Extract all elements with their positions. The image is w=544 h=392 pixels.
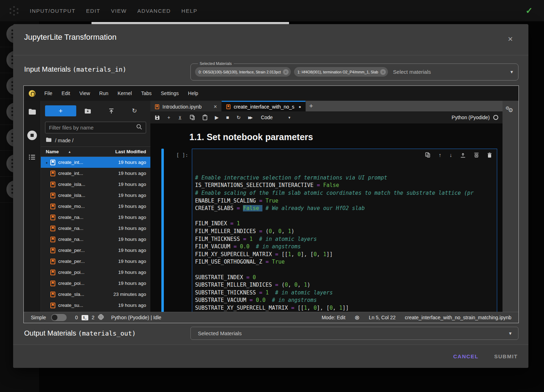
delete-cell-icon[interactable] [487, 152, 492, 158]
move-cell-up-icon[interactable]: ↑ [439, 152, 442, 158]
lab-menu-item[interactable]: File [40, 90, 57, 96]
insert-cell-above-icon[interactable] [460, 152, 466, 158]
file-browser-icon[interactable] [28, 109, 36, 116]
duplicate-cell-icon[interactable] [425, 152, 431, 158]
running-sessions-icon[interactable] [27, 131, 37, 140]
file-name: create_sla... [58, 292, 84, 297]
chevron-down-icon[interactable]: ▼ [510, 70, 514, 74]
selected-materials-field[interactable]: Selected Materials 0: O6Si3(100)-Si8(100… [190, 61, 518, 81]
cell-prompt: [ ]: [176, 149, 192, 312]
search-icon [136, 124, 142, 131]
paste-cells-icon[interactable] [202, 115, 207, 120]
kernel-chip-icon [98, 314, 104, 321]
run-cell-icon[interactable]: ▶ [215, 115, 219, 120]
file-row[interactable]: ● create_isla... 19 hours ago [41, 190, 150, 201]
close-icon[interactable]: × [508, 35, 513, 43]
lab-menu-item[interactable]: Tabs [137, 90, 156, 96]
restart-kernel-icon[interactable]: ↻ [237, 115, 241, 120]
notebook-icon [50, 171, 55, 176]
input-materials-code: (materials_in) [73, 66, 127, 73]
submit-button[interactable]: SUBMIT [494, 353, 518, 359]
not-trusted-icon[interactable]: ⊗ [355, 314, 360, 321]
tab-close-icon[interactable]: × [214, 104, 217, 110]
new-folder-icon[interactable] [76, 107, 100, 115]
file-row[interactable]: ● create_per... 19 hours ago [41, 256, 150, 267]
kernel-status-icon[interactable] [493, 115, 498, 120]
column-header-name[interactable]: Name ▲ [46, 149, 71, 154]
chip-close-icon[interactable]: × [283, 69, 289, 75]
notebook-tab[interactable]: Introduction.ipynb × ● [150, 101, 222, 111]
filter-files-input[interactable] [49, 125, 136, 131]
file-row[interactable]: ● create_na... 19 hours ago [41, 234, 150, 245]
file-row[interactable]: ● create_na... 19 hours ago [41, 212, 150, 223]
file-row[interactable]: ● create_per... 19 hours ago [41, 245, 150, 256]
cancel-button[interactable]: CANCEL [453, 353, 479, 359]
file-row[interactable]: ● create_isla... 19 hours ago [41, 179, 150, 190]
home-folder-icon[interactable] [46, 137, 52, 143]
file-row[interactable]: ● create_su... 19 hours ago [41, 300, 150, 311]
breadcrumb[interactable]: / made / [41, 133, 150, 147]
lab-menu-item[interactable]: Help [183, 90, 203, 96]
new-launcher-button[interactable]: + [45, 105, 76, 116]
save-icon[interactable] [155, 115, 160, 120]
app-menu-item[interactable]: VIEW [111, 8, 127, 14]
lab-menu-item[interactable]: Kernel [113, 90, 136, 96]
app-menu-item[interactable]: EDIT [86, 8, 100, 14]
code-editor[interactable]: # Enable interactive selection of termin… [192, 149, 497, 312]
cell-collapser[interactable] [161, 149, 164, 312]
simple-mode-toggle[interactable] [51, 314, 67, 321]
new-tab-icon[interactable]: + [306, 101, 316, 111]
app-menu-item[interactable]: INPUT/OUTPUT [30, 8, 76, 14]
stop-kernel-icon[interactable]: ■ [226, 115, 229, 120]
cut-cells-icon[interactable]: ✂ [177, 115, 183, 120]
file-row[interactable]: ● create_na... 19 hours ago [41, 223, 150, 234]
chip-close-icon[interactable]: × [380, 69, 386, 75]
chevron-down-icon[interactable]: ▼ [508, 331, 512, 336]
kernels-count[interactable]: 2 [92, 315, 95, 320]
file-row[interactable]: ● create_poi... 19 hours ago [41, 278, 150, 289]
cursor-position[interactable]: Ln 5, Col 22 [369, 315, 396, 320]
copy-cells-icon[interactable] [190, 115, 195, 120]
file-row[interactable]: ● create_int... 19 hours ago [41, 168, 150, 179]
notebook-icon [50, 204, 55, 209]
lab-menu-item[interactable]: Run [95, 90, 113, 96]
output-materials-select[interactable]: Selected Materials ▼ [190, 327, 518, 340]
file-name: create_poi... [58, 281, 84, 286]
file-row[interactable]: ● create_poi... 19 hours ago [41, 267, 150, 278]
refresh-icon[interactable]: ↻ [123, 107, 146, 115]
code-line: FILM_VACUUM = 0.0 # in angstroms [195, 243, 497, 251]
editor-mode[interactable]: Mode: Edit [322, 315, 345, 320]
app-logo-icon[interactable] [9, 5, 19, 16]
insert-cell-below-icon[interactable] [474, 152, 479, 158]
app-menu-item[interactable]: HELP [182, 8, 198, 14]
restart-run-all-icon[interactable]: ▶▶ [248, 116, 251, 120]
column-header-last-modified[interactable]: Last Modified [115, 149, 146, 154]
add-cell-icon[interactable]: + [167, 115, 170, 120]
cell-type-select[interactable]: Code ▾ [261, 115, 290, 120]
output-materials-label: Output Materials (materials_out) [24, 329, 136, 337]
file-modified: 19 hours ago [118, 226, 146, 231]
move-cell-down-icon[interactable]: ↓ [450, 152, 453, 158]
code-line: FILM_USE_ORTHOGONAL_Z = True [195, 258, 497, 266]
lab-menu-item[interactable]: View [75, 90, 95, 96]
file-row[interactable]: ● create_int... 19 hours ago [41, 157, 150, 168]
chevron-down-icon: ▾ [288, 115, 290, 120]
notebook-content[interactable]: 1.1. Set notebook parameters [ ]: # Enab… [150, 123, 503, 312]
upload-icon[interactable] [100, 107, 123, 115]
terminals-count[interactable]: 0 [75, 315, 78, 320]
modal-right-strip: ⚙⚙ [503, 101, 518, 312]
settings-gears-icon[interactable]: ⚙⚙ [505, 106, 515, 112]
file-row[interactable]: ● create_sla... 23 minutes ago [41, 289, 150, 300]
kernel-status-text[interactable]: Python (Pyodide) | Idle [111, 315, 161, 320]
table-of-contents-icon[interactable] [29, 154, 36, 161]
divider [13, 55, 528, 55]
file-row[interactable]: ● create_mo... 19 hours ago [41, 201, 150, 212]
material-chip[interactable]: 0: O6Si3(100)-Si8(100), Interface, Strai… [195, 67, 291, 77]
notebook-tab[interactable]: create_interface_with_no_s × ● [222, 101, 306, 111]
markdown-heading: 1.1. Set notebook parameters [189, 132, 503, 142]
kernel-name[interactable]: Python (Pyodide) [452, 115, 490, 120]
app-menu-item[interactable]: ADVANCED [137, 8, 171, 14]
lab-menu-item[interactable]: Settings [156, 90, 184, 96]
lab-menu-item[interactable]: Edit [57, 90, 75, 96]
material-chip[interactable]: 1: Hf4O8(001), termination O2_P4/mmm_1, … [294, 67, 388, 77]
